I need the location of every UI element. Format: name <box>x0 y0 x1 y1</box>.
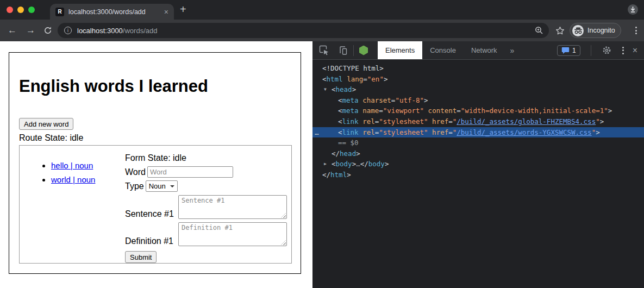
devtools-code-line[interactable]: == $0 <box>312 137 644 148</box>
type-label: Type <box>125 181 144 191</box>
devtools-code-line[interactable]: ▼<head> <box>312 84 644 95</box>
incognito-badge: Incognito <box>570 23 621 38</box>
traffic-light-minimize[interactable] <box>17 7 24 13</box>
code-token: href <box>428 128 449 136</box>
word-list-item: hello | noun <box>51 161 95 170</box>
tab-network[interactable]: Network <box>464 41 505 59</box>
page-title: English words I learned <box>19 77 291 96</box>
word-list-item: world | noun <box>51 175 95 184</box>
download-indicator-icon[interactable] <box>627 4 639 17</box>
words-list: hello | nounworld | noun <box>28 161 95 189</box>
code-token: "width=device-width,initial-scale=1" <box>461 107 608 115</box>
devtools-code-line[interactable]: <html lang="en"> <box>312 74 644 85</box>
new-tab-button[interactable]: + <box>180 3 186 16</box>
code-token: href <box>428 117 449 126</box>
zoom-icon[interactable] <box>535 26 543 35</box>
code-token: … <box>356 160 360 168</box>
code-token: == $0 <box>338 139 359 147</box>
address-bar: ← → i localhost:3000/words/add <box>0 20 644 41</box>
sentence-textarea[interactable] <box>178 195 287 219</box>
word-link[interactable]: hello | noun <box>51 161 93 170</box>
sentence-label: Sentence #1 <box>125 209 178 219</box>
issues-counter[interactable]: 1 <box>557 45 580 56</box>
type-select[interactable]: Noun <box>146 180 178 192</box>
code-token: body <box>336 160 352 168</box>
tab-elements[interactable]: Elements <box>378 41 422 59</box>
devtools-code-line[interactable]: ▶<body>…</body> <box>312 159 644 170</box>
code-token: link <box>342 128 359 136</box>
devtools-toolbar: Elements Console Network » 1 <box>312 41 644 60</box>
more-tabs-icon[interactable]: » <box>505 46 520 55</box>
devtools-code-line[interactable]: <link rel="stylesheet" href="/build/_ass… <box>312 116 644 127</box>
code-token: > <box>352 85 357 93</box>
traffic-lights <box>7 7 35 13</box>
add-new-word-button[interactable]: Add new word <box>19 118 73 130</box>
expand-arrow-icon[interactable]: ▶ <box>324 159 327 170</box>
browser-tab[interactable]: R localhost:3000/words/add × <box>50 4 174 20</box>
back-button[interactable]: ← <box>8 24 17 36</box>
browser-window: R localhost:3000/words/add × + ← → i loc… <box>0 0 644 288</box>
browser-menu-icon[interactable] <box>635 27 637 34</box>
submit-button[interactable]: Submit <box>125 251 157 263</box>
forward-button[interactable]: → <box>26 24 35 36</box>
code-token: meta <box>342 96 359 104</box>
tab-console[interactable]: Console <box>422 41 464 59</box>
type-row: Type Noun <box>125 180 291 192</box>
definition-row: Definition #1 <box>125 222 291 246</box>
url-field[interactable]: i localhost:3000/words/add <box>58 23 549 38</box>
code-token: head <box>336 85 352 93</box>
inspect-element-icon[interactable] <box>319 45 329 55</box>
issues-bubble-icon <box>561 47 570 54</box>
page-container: English words I learned Add new word Rou… <box>9 52 301 274</box>
word-input[interactable] <box>147 166 233 178</box>
page-info-icon[interactable]: i <box>64 27 72 34</box>
reload-button[interactable] <box>43 26 52 37</box>
collapse-arrow-icon[interactable]: ▼ <box>324 84 327 95</box>
code-token: html <box>330 171 347 179</box>
tab-strip: R localhost:3000/words/add × + <box>0 0 644 20</box>
devtools-code-line[interactable]: …<link rel="stylesheet" href="/build/_as… <box>312 127 644 138</box>
word-label: Word <box>125 167 146 177</box>
device-toolbar-icon[interactable] <box>338 46 348 55</box>
code-token: > <box>384 75 388 83</box>
code-token: </ <box>332 149 340 158</box>
gutter-dots-icon[interactable]: … <box>315 127 319 138</box>
extension-hexagon-icon[interactable] <box>359 46 368 55</box>
url-text: localhost:3000/words/add <box>77 27 157 35</box>
code-token: < <box>338 107 342 115</box>
word-link[interactable]: world | noun <box>51 175 95 184</box>
code-token: > <box>600 117 604 126</box>
code-token: link <box>342 117 359 126</box>
code-token: < <box>332 85 336 93</box>
form-state-text: Form State: idle <box>125 153 291 163</box>
devtools-code-line[interactable]: <meta name="viewport" content="width=dev… <box>312 105 644 116</box>
code-token: /build/_assets/words-YGXSWCSW.css <box>457 128 591 136</box>
web-page: English words I learned Add new word Rou… <box>0 41 312 288</box>
code-token: > <box>608 107 612 115</box>
code-token: > <box>596 128 600 136</box>
code-token: = <box>457 107 461 115</box>
definition-textarea[interactable] <box>178 222 287 246</box>
bookmark-star-icon[interactable] <box>555 26 565 35</box>
devtools-code-line[interactable]: <meta charset="utf-8"> <box>312 95 644 106</box>
settings-gear-icon[interactable] <box>602 46 611 55</box>
add-word-form: Form State: idle Word Type Noun <box>125 152 291 263</box>
code-token: < <box>332 160 336 168</box>
devtools-code-line[interactable]: </html> <box>312 170 644 180</box>
devtools-code-line[interactable]: <!DOCTYPE html> <box>312 63 644 74</box>
code-token: </ <box>322 171 330 179</box>
sentence-row: Sentence #1 <box>125 195 291 219</box>
tab-close-icon[interactable]: × <box>164 8 168 16</box>
code-token: /build/_assets/global-FHZEMBS4.css <box>457 117 596 126</box>
favicon-icon: R <box>55 8 64 16</box>
incognito-icon <box>572 25 584 36</box>
devtools-menu-icon[interactable] <box>622 47 624 54</box>
traffic-light-close[interactable] <box>7 7 13 13</box>
devtools-code-line[interactable]: </head> <box>312 148 644 159</box>
traffic-light-zoom[interactable] <box>28 7 35 13</box>
devtools-panel: Elements Console Network » 1 <box>312 41 644 288</box>
code-token: < <box>322 75 327 83</box>
code-token: rel <box>359 128 375 136</box>
devtools-close-icon[interactable]: × <box>633 46 637 55</box>
code-token: = <box>363 75 367 83</box>
